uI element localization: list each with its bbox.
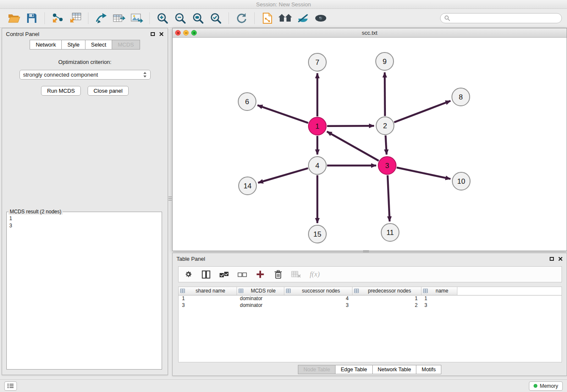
column-header-name[interactable]: name bbox=[421, 287, 457, 295]
zoom-out-button[interactable] bbox=[171, 10, 189, 26]
network-window-titlebar: scc.txt bbox=[173, 28, 567, 38]
run-mcds-button[interactable]: Run MCDS bbox=[41, 86, 81, 96]
toolbar-separator bbox=[88, 12, 88, 24]
float-panel-button[interactable] bbox=[550, 257, 554, 261]
refresh-button[interactable] bbox=[233, 10, 250, 26]
table-panel-title: Table Panel bbox=[176, 256, 205, 262]
close-panel-button[interactable] bbox=[159, 32, 164, 36]
column-header-successor-nodes[interactable]: successor nodes bbox=[284, 287, 352, 295]
zoom-selected-button[interactable] bbox=[207, 10, 225, 26]
visibility-button[interactable] bbox=[294, 10, 312, 26]
column-sort-icon bbox=[354, 289, 359, 293]
tab-node-table[interactable]: Node Table bbox=[298, 365, 336, 374]
column-header-shared-name[interactable]: shared name bbox=[179, 287, 237, 295]
tab-select[interactable]: Select bbox=[85, 40, 112, 50]
node-2[interactable]: 2 bbox=[376, 117, 394, 135]
deselect-all-button[interactable] bbox=[237, 269, 247, 280]
edge-3-10[interactable] bbox=[397, 168, 451, 179]
table-toolbar: f(x) bbox=[178, 266, 562, 282]
node-10[interactable]: 10 bbox=[452, 172, 470, 190]
float-panel-button[interactable] bbox=[151, 32, 155, 36]
node-8[interactable]: 8 bbox=[452, 88, 470, 106]
export-network-button[interactable] bbox=[92, 10, 110, 26]
table-cell: 3 bbox=[284, 302, 352, 309]
status-bar: Memory bbox=[0, 379, 567, 392]
import-table-button[interactable] bbox=[66, 10, 84, 26]
node-1[interactable]: 1 bbox=[308, 117, 326, 135]
search-box[interactable] bbox=[440, 13, 562, 23]
import-network-button[interactable] bbox=[49, 10, 66, 26]
panel-divider-handle[interactable] bbox=[168, 195, 172, 202]
deselect-all-icon bbox=[237, 271, 247, 278]
edge-1-2[interactable] bbox=[327, 126, 374, 126]
node-14[interactable]: 14 bbox=[239, 177, 256, 195]
tab-motifs[interactable]: Motifs bbox=[416, 365, 441, 374]
search-input[interactable] bbox=[453, 15, 558, 21]
save-session-button[interactable] bbox=[23, 10, 41, 26]
zoom-in-icon bbox=[157, 12, 168, 24]
delete-table-button[interactable] bbox=[291, 269, 301, 280]
column-header-predecessor-nodes[interactable]: predecessor nodes bbox=[352, 287, 421, 295]
node-6[interactable]: 6 bbox=[238, 93, 256, 110]
function-builder-button[interactable]: f(x) bbox=[310, 269, 320, 280]
memory-button[interactable]: Memory bbox=[529, 381, 563, 391]
mcds-result-box: MCDS result (2 nodes) 13 bbox=[6, 209, 162, 370]
close-panel-button[interactable] bbox=[558, 257, 563, 261]
tab-network-table[interactable]: Network Table bbox=[373, 365, 417, 374]
trash-icon bbox=[274, 270, 282, 279]
edge-4-14[interactable] bbox=[258, 168, 308, 182]
show-columns-button[interactable] bbox=[201, 269, 211, 280]
open-file-button[interactable] bbox=[5, 10, 23, 26]
add-column-button[interactable] bbox=[256, 269, 265, 280]
export-image-button[interactable] bbox=[128, 10, 146, 26]
edge-2-8[interactable] bbox=[394, 101, 451, 122]
tab-network[interactable]: Network bbox=[30, 40, 62, 50]
node-label: 9 bbox=[383, 58, 386, 66]
zoom-in-button[interactable] bbox=[154, 10, 171, 26]
node-label: 1 bbox=[315, 122, 319, 130]
graphics-details-button[interactable] bbox=[312, 10, 330, 26]
column-sort-icon bbox=[286, 289, 291, 293]
table-header-row: shared nameMCDS rolesuccessor nodesprede… bbox=[179, 287, 561, 295]
optimization-criterion-select[interactable]: strongly connected component bbox=[19, 70, 151, 80]
open-folder-icon bbox=[8, 13, 20, 24]
column-header-mcds-role[interactable]: MCDS role bbox=[237, 287, 284, 295]
tab-mcds[interactable]: MCDS bbox=[112, 40, 140, 50]
table-cell: dominator bbox=[237, 295, 284, 302]
zoom-fit-button[interactable] bbox=[189, 10, 207, 26]
tab-edge-table[interactable]: Edge Table bbox=[336, 365, 372, 374]
table-row[interactable]: 3dominator323 bbox=[179, 302, 561, 309]
mcds-result-title: MCDS result (2 nodes) bbox=[8, 209, 63, 215]
node-11[interactable]: 11 bbox=[381, 224, 399, 241]
column-header-label: successor nodes bbox=[302, 288, 340, 294]
edge-3-1[interactable] bbox=[327, 132, 379, 161]
node-15[interactable]: 15 bbox=[308, 225, 326, 243]
fx-icon: f(x) bbox=[310, 270, 320, 279]
edge-1-6[interactable] bbox=[258, 105, 308, 123]
table-cell: 1 bbox=[179, 295, 237, 302]
zoom-selected-icon bbox=[210, 12, 222, 24]
table-row[interactable]: 1dominator411 bbox=[179, 295, 561, 302]
node-label: 8 bbox=[459, 93, 462, 101]
share-document-button[interactable] bbox=[259, 10, 276, 26]
task-history-button[interactable] bbox=[4, 381, 17, 391]
list-icon bbox=[7, 383, 14, 389]
home-button[interactable] bbox=[276, 10, 294, 26]
node-label: 11 bbox=[386, 229, 394, 237]
node-9[interactable]: 9 bbox=[376, 52, 394, 70]
export-table-button[interactable] bbox=[110, 10, 128, 26]
table-settings-button[interactable] bbox=[184, 269, 193, 280]
window-titlebar: Session: New Session bbox=[0, 0, 567, 9]
edge-2-9[interactable] bbox=[385, 72, 385, 116]
network-canvas[interactable]: 7968124314101511 bbox=[173, 38, 567, 251]
node-3[interactable]: 3 bbox=[378, 157, 396, 174]
node-7[interactable]: 7 bbox=[308, 53, 326, 71]
close-panel-button[interactable]: Close panel bbox=[88, 86, 129, 96]
delete-column-button[interactable] bbox=[273, 269, 283, 280]
tab-style[interactable]: Style bbox=[62, 40, 85, 50]
node-4[interactable]: 4 bbox=[308, 157, 326, 174]
select-all-button[interactable] bbox=[219, 269, 229, 280]
edge-3-11[interactable] bbox=[388, 175, 390, 221]
edge-2-3[interactable] bbox=[385, 135, 386, 155]
network-view-window: scc.txt 7968124314101511 bbox=[172, 28, 567, 251]
